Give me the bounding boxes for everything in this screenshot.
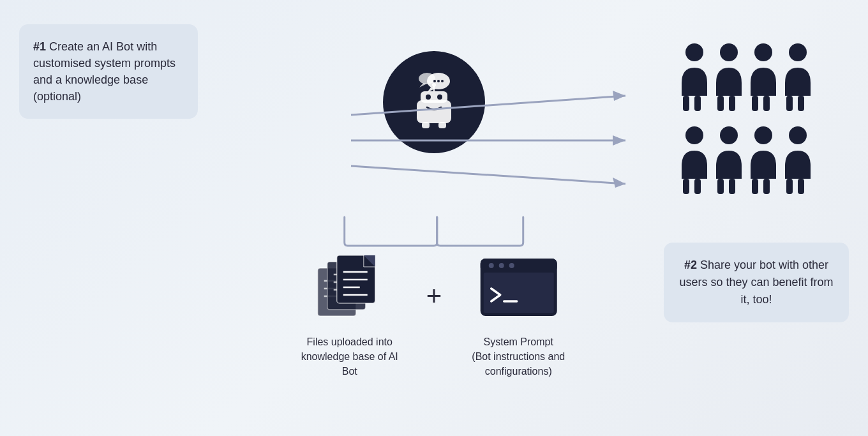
step2-callout: #2 Share your bot with other users so th… xyxy=(664,243,849,322)
files-label: Files uploaded into knowledge base of AI… xyxy=(299,335,401,379)
svg-point-33 xyxy=(685,126,703,144)
main-container: #1 Create an AI Bot with customised syst… xyxy=(0,0,868,436)
step2-number: #2 xyxy=(684,259,697,271)
svg-point-42 xyxy=(789,126,807,144)
svg-point-24 xyxy=(720,43,738,61)
svg-rect-37 xyxy=(717,179,724,194)
step1-text: Create an AI Bot with customised system … xyxy=(33,40,176,103)
svg-rect-32 xyxy=(798,96,804,111)
svg-point-67 xyxy=(498,263,504,268)
svg-point-21 xyxy=(685,43,703,61)
step2-text: Share your bot with other users so they … xyxy=(679,259,833,306)
svg-point-27 xyxy=(754,43,772,61)
svg-line-15 xyxy=(351,96,625,115)
files-icon-item: Files uploaded into knowledge base of AI… xyxy=(299,255,401,379)
plus-sign: + xyxy=(426,281,442,312)
terminal-svg xyxy=(477,255,560,326)
svg-point-30 xyxy=(789,43,807,61)
system-prompt-subtitle: (Bot instructions and configurations) xyxy=(472,351,565,377)
svg-marker-20 xyxy=(613,177,625,188)
svg-rect-38 xyxy=(729,179,735,194)
svg-rect-31 xyxy=(786,96,793,111)
arrows-svg xyxy=(345,77,664,204)
svg-point-68 xyxy=(509,263,514,268)
svg-point-36 xyxy=(720,126,738,144)
svg-rect-26 xyxy=(729,96,735,111)
svg-rect-44 xyxy=(798,179,804,194)
svg-rect-35 xyxy=(694,179,701,194)
svg-line-19 xyxy=(351,166,625,184)
bracket-svg xyxy=(326,211,542,249)
system-prompt-label: System Prompt (Bot instructions and conf… xyxy=(467,335,569,379)
svg-rect-29 xyxy=(763,96,770,111)
svg-rect-69 xyxy=(483,273,553,313)
icons-row: Files uploaded into knowledge base of AI… xyxy=(299,255,570,379)
svg-point-39 xyxy=(754,126,772,144)
step1-callout: #1 Create an AI Bot with customised syst… xyxy=(19,24,198,119)
svg-rect-28 xyxy=(752,96,758,111)
people-group-svg xyxy=(677,38,817,217)
svg-rect-40 xyxy=(752,179,758,194)
svg-marker-16 xyxy=(613,91,625,101)
files-svg xyxy=(311,255,388,326)
svg-rect-43 xyxy=(786,179,793,194)
svg-rect-41 xyxy=(763,179,770,194)
svg-rect-23 xyxy=(694,96,701,111)
svg-rect-22 xyxy=(683,96,689,111)
terminal-icon-item: System Prompt (Bot instructions and conf… xyxy=(467,255,569,379)
svg-marker-18 xyxy=(613,135,625,146)
system-prompt-title: System Prompt xyxy=(484,336,553,347)
svg-rect-34 xyxy=(683,179,689,194)
svg-rect-25 xyxy=(717,96,724,111)
svg-point-66 xyxy=(488,263,493,268)
step1-number: #1 xyxy=(33,40,46,53)
bottom-section: Files uploaded into knowledge base of AI… xyxy=(299,211,570,379)
